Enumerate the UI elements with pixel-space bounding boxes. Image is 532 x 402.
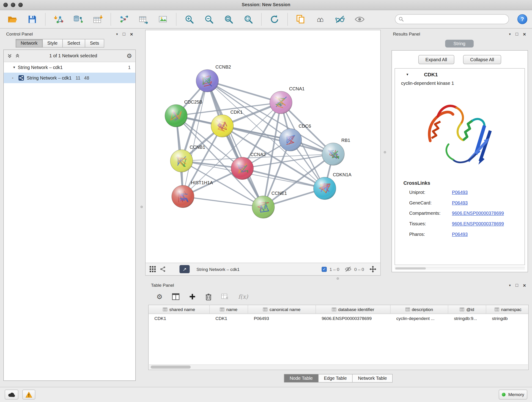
open-session-button[interactable] — [5, 12, 20, 26]
import-table-button[interactable] — [90, 12, 105, 26]
function-builder-icon[interactable]: f(x) — [238, 293, 248, 300]
collapse-section-icon[interactable]: ▾ — [406, 72, 408, 77]
apply-layout-button[interactable] — [267, 12, 282, 26]
zoom-fit-button[interactable] — [221, 12, 236, 26]
copy-button[interactable] — [293, 12, 308, 26]
warnings-button[interactable] — [22, 390, 35, 400]
network-node-HIST1H1A[interactable]: HIST1H1A — [172, 180, 213, 208]
vertical-splitter-handle[interactable] — [384, 151, 386, 153]
gene-header[interactable]: ▾ CDK1 — [395, 69, 525, 80]
network-node-CCNB1[interactable]: CCNB1 — [170, 145, 205, 172]
collapse-all-icon[interactable] — [7, 53, 12, 58]
zoom-in-button[interactable] — [181, 12, 197, 26]
export-image-button[interactable] — [155, 12, 171, 26]
network-edge-HIST1H1A-CCNE1[interactable] — [183, 196, 263, 207]
export-network-button[interactable] — [116, 12, 132, 26]
help-button[interactable]: ? — [517, 14, 527, 24]
close-panel-icon[interactable]: × — [523, 31, 526, 37]
network-tree-row[interactable]: ●String Network – cdk11148 — [4, 73, 135, 83]
save-floppy-icon — [28, 15, 37, 24]
memory-button[interactable]: Memory — [499, 390, 527, 400]
cloud-button[interactable] — [5, 390, 18, 400]
horizontal-scrollbar[interactable] — [149, 364, 528, 369]
toggle-glass-effect-button[interactable] — [332, 12, 348, 26]
tab-node-table[interactable]: Node Table — [284, 374, 318, 383]
crosslink-link[interactable]: P06493 — [452, 190, 468, 195]
string-home-button[interactable]: ⌂⌂ — [312, 12, 328, 26]
search-box[interactable] — [395, 14, 509, 24]
collapse-all-button[interactable]: Collapse All — [463, 55, 501, 64]
panel-menu-icon[interactable]: ▾ — [509, 32, 511, 36]
tree-expand-caret-icon[interactable]: ▾ — [13, 65, 15, 70]
open-in-window-button[interactable]: ↗ — [179, 265, 190, 274]
add-column-icon[interactable] — [189, 293, 196, 300]
column-header-name[interactable]: name — [210, 305, 248, 313]
float-panel-icon[interactable]: □ — [123, 32, 125, 36]
network-node-CCNA1[interactable]: CCNA1 — [270, 86, 304, 114]
selected-checkbox-icon[interactable]: ✓ — [322, 267, 327, 272]
panel-menu-icon[interactable]: ▾ — [116, 32, 118, 36]
column-header-database-identifier[interactable]: database identifier — [316, 305, 391, 313]
tab-sets[interactable]: Sets — [85, 39, 104, 47]
birdseye-grid-icon[interactable] — [150, 266, 156, 272]
column-header-shared-name[interactable]: shared name — [149, 305, 210, 313]
close-panel-icon[interactable]: × — [130, 31, 133, 37]
import-network-from-database-button[interactable] — [70, 12, 86, 26]
zoom-selected-button[interactable] — [241, 12, 256, 26]
network-tree-row[interactable]: ▾String Network – cdk11 — [4, 62, 135, 73]
tab-network[interactable]: Network — [16, 39, 43, 47]
network-node-RB1[interactable]: RB1 — [322, 138, 350, 165]
tab-network-table[interactable]: Network Table — [352, 374, 393, 383]
import-network-from-file-button[interactable] — [51, 12, 66, 26]
search-input[interactable] — [406, 17, 505, 22]
float-panel-icon[interactable]: □ — [515, 283, 518, 288]
table-cell[interactable]: 9606.ENSP00000378699 — [316, 316, 391, 321]
crosslink-link[interactable]: P06493 — [452, 232, 468, 237]
show-columns-icon[interactable] — [172, 293, 180, 300]
table-cell[interactable]: stringdb — [486, 316, 529, 321]
network-edge-CCNB2-CCNA1[interactable] — [207, 81, 281, 102]
tab-style[interactable]: Style — [42, 39, 63, 47]
table-options-gear-icon[interactable]: ⚙ — [157, 293, 163, 301]
crosslink-link[interactable]: 9606.ENSP00000378699 — [452, 211, 504, 216]
network-node-CDK1[interactable]: CDK1 — [211, 109, 243, 137]
tab-edge-table[interactable]: Edge Table — [318, 374, 353, 383]
network-node-CDKN1A[interactable]: CDKN1A — [313, 172, 351, 200]
table-cell[interactable]: CDK1 — [210, 316, 248, 321]
move-crosshair-icon[interactable] — [370, 266, 376, 273]
table-row[interactable]: CDK1CDK1P064939606.ENSP00000378699cyclin… — [149, 314, 528, 323]
crosslink-link[interactable]: 9606.ENSP00000378699 — [452, 221, 504, 226]
close-panel-icon[interactable]: × — [523, 282, 526, 288]
column-header-description[interactable]: description — [391, 305, 448, 313]
tab-string[interactable]: String — [445, 40, 473, 47]
table-cell[interactable]: P06493 — [248, 316, 316, 321]
float-panel-icon[interactable]: □ — [515, 32, 518, 36]
vertical-splitter-handle[interactable] — [140, 206, 143, 208]
table-cell[interactable]: cyclin-dependent ... — [391, 316, 448, 321]
column-header-namespac[interactable]: namespac — [486, 305, 529, 313]
expand-all-icon[interactable] — [15, 53, 20, 58]
delete-column-icon[interactable] — [205, 293, 212, 300]
export-table-button[interactable] — [136, 12, 151, 26]
network-node-CCNB2[interactable]: CCNB2 — [196, 64, 231, 92]
scrollbar-thumb[interactable] — [151, 366, 191, 369]
toggle-labels-button[interactable] — [352, 12, 367, 26]
horizontal-splitter-handle[interactable] — [336, 277, 339, 280]
scrollbar-thumb[interactable] — [395, 268, 426, 269]
panel-menu-icon[interactable]: ▾ — [509, 283, 511, 287]
save-session-button[interactable] — [25, 12, 40, 26]
column-header-@id[interactable]: @id — [448, 305, 486, 313]
table-cell[interactable]: stringdb:9... — [448, 316, 486, 321]
network-edge-CCNB2-CCNE1[interactable] — [207, 81, 263, 207]
tab-select[interactable]: Select — [62, 39, 85, 47]
results-horizontal-scrollbar[interactable] — [394, 267, 525, 270]
options-gear-icon[interactable]: ⚙ — [127, 52, 132, 60]
network-edge-CCNB2-HIST1H1A[interactable] — [183, 81, 207, 196]
network-canvas[interactable]: CCNB2CCNA1CDC25BCDK1CDC6RB1CCNB1CCNA2CDK… — [146, 30, 380, 263]
network-share-icon[interactable] — [160, 266, 166, 272]
expand-all-button[interactable]: Expand All — [418, 55, 454, 64]
crosslink-link[interactable]: P06493 — [452, 200, 468, 205]
zoom-out-button[interactable] — [201, 12, 217, 26]
column-header-canonical-name[interactable]: canonical name — [248, 305, 316, 313]
table-cell[interactable]: CDK1 — [149, 316, 210, 321]
